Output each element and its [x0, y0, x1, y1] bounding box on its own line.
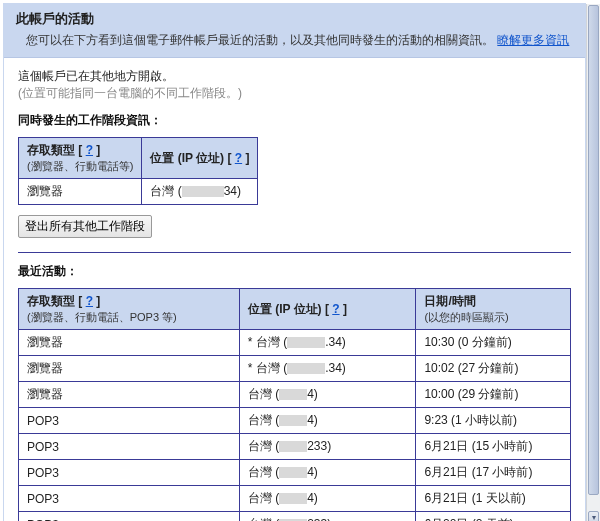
concurrent-sessions-table: 存取類型 [ ? ] (瀏覽器、行動電話等) 位置 (IP 位址) [ ? ] …: [18, 137, 258, 205]
cell-access-type: 瀏覽器: [19, 356, 240, 382]
cell-location: * 台灣 (.34): [239, 356, 416, 382]
cell-access-type: 瀏覽器: [19, 382, 240, 408]
concurrent-sessions-title: 同時發生的工作階段資訊：: [18, 112, 571, 129]
table-row: POP3台灣 (233)6月21日 (15 小時前): [19, 434, 571, 460]
scrollbar-thumb[interactable]: [588, 5, 599, 495]
cell-datetime: 6月21日 (15 小時前): [416, 434, 571, 460]
table-row: 瀏覽器* 台灣 (.34)10:02 (27 分鐘前): [19, 356, 571, 382]
cell-datetime: 10:00 (29 分鐘前): [416, 382, 571, 408]
subtitle-text: 您可以在下方看到這個電子郵件帳戶最近的活動，以及其他同時發生的活動的相關資訊。: [26, 33, 494, 47]
col-location: 位置 (IP 位址) [ ? ]: [239, 289, 416, 330]
col-access-type: 存取類型 [ ? ] (瀏覽器、行動電話、POP3 等): [19, 289, 240, 330]
help-icon[interactable]: ?: [86, 294, 93, 308]
redacted-ip: [182, 186, 224, 197]
open-elsewhere-line1: 這個帳戶已在其他地方開啟。: [18, 68, 571, 85]
redacted-ip: [279, 441, 307, 452]
open-elsewhere-note: 這個帳戶已在其他地方開啟。 (位置可能指同一台電腦的不同工作階段。): [18, 68, 571, 102]
redacted-ip: [279, 493, 307, 504]
cell-access-type: POP3: [19, 486, 240, 512]
cell-access-type: POP3: [19, 460, 240, 486]
cell-location: 台灣 (4): [239, 460, 416, 486]
section-divider: [18, 252, 571, 253]
cell-location: 台灣 (4): [239, 382, 416, 408]
help-icon[interactable]: ?: [235, 151, 242, 165]
table-row: 瀏覽器* 台灣 (.34)10:30 (0 分鐘前): [19, 330, 571, 356]
col-access-type: 存取類型 [ ? ] (瀏覽器、行動電話等): [19, 138, 142, 179]
vertical-scrollbar[interactable]: ▾: [586, 4, 600, 521]
cell-location: 台灣 (233): [239, 512, 416, 522]
col-datetime: 日期/時間 (以您的時區顯示): [416, 289, 571, 330]
redacted-ip: [287, 363, 325, 374]
scroll-down-arrow-icon[interactable]: ▾: [588, 511, 599, 521]
page-header: 此帳戶的活動 您可以在下方看到這個電子郵件帳戶最近的活動，以及其他同時發生的活動…: [4, 4, 585, 58]
cell-access-type: 瀏覽器: [19, 179, 142, 205]
cell-datetime: 9:23 (1 小時以前): [416, 408, 571, 434]
cell-datetime: 6月21日 (1 天以前): [416, 486, 571, 512]
sign-out-other-sessions-button[interactable]: 登出所有其他工作階段: [18, 215, 152, 238]
cell-access-type: POP3: [19, 408, 240, 434]
table-header-row: 存取類型 [ ? ] (瀏覽器、行動電話等) 位置 (IP 位址) [ ? ]: [19, 138, 258, 179]
page-title: 此帳戶的活動: [16, 10, 575, 28]
table-row: 瀏覽器 台灣 (34): [19, 179, 258, 205]
redacted-ip: [287, 337, 325, 348]
col-datetime-sub: (以您的時區顯示): [424, 311, 508, 323]
cell-access-type: POP3: [19, 512, 240, 522]
table-row: 瀏覽器台灣 (4)10:00 (29 分鐘前): [19, 382, 571, 408]
help-icon[interactable]: ?: [332, 302, 339, 316]
cell-datetime: 6月21日 (17 小時前): [416, 460, 571, 486]
cell-location: 台灣 (233): [239, 434, 416, 460]
col-access-type-sub: (瀏覽器、行動電話等): [27, 160, 133, 172]
col-access-type-sub: (瀏覽器、行動電話、POP3 等): [27, 311, 177, 323]
table-row: POP3台灣 (233)6月20日 (2 天前): [19, 512, 571, 522]
col-location: 位置 (IP 位址) [ ? ]: [142, 138, 258, 179]
learn-more-link[interactable]: 瞭解更多資訊: [497, 33, 569, 47]
cell-location: 台灣 (4): [239, 486, 416, 512]
redacted-ip: [279, 467, 307, 478]
redacted-ip: [279, 415, 307, 426]
page-subtitle: 您可以在下方看到這個電子郵件帳戶最近的活動，以及其他同時發生的活動的相關資訊。 …: [16, 32, 575, 49]
table-row: POP3台灣 (4)6月21日 (17 小時前): [19, 460, 571, 486]
cell-access-type: 瀏覽器: [19, 330, 240, 356]
recent-activity-title: 最近活動：: [18, 263, 571, 280]
help-icon[interactable]: ?: [86, 143, 93, 157]
table-row: POP3台灣 (4)6月21日 (1 天以前): [19, 486, 571, 512]
redacted-ip: [279, 389, 307, 400]
cell-datetime: 10:30 (0 分鐘前): [416, 330, 571, 356]
cell-location: 台灣 (34): [142, 179, 258, 205]
cell-datetime: 10:02 (27 分鐘前): [416, 356, 571, 382]
recent-activity-table: 存取類型 [ ? ] (瀏覽器、行動電話、POP3 等) 位置 (IP 位址) …: [18, 288, 571, 521]
cell-location: 台灣 (4): [239, 408, 416, 434]
cell-location: * 台灣 (.34): [239, 330, 416, 356]
table-row: POP3台灣 (4)9:23 (1 小時以前): [19, 408, 571, 434]
table-header-row: 存取類型 [ ? ] (瀏覽器、行動電話、POP3 等) 位置 (IP 位址) …: [19, 289, 571, 330]
cell-access-type: POP3: [19, 434, 240, 460]
cell-datetime: 6月20日 (2 天前): [416, 512, 571, 522]
open-elsewhere-line2: (位置可能指同一台電腦的不同工作階段。): [18, 85, 571, 102]
